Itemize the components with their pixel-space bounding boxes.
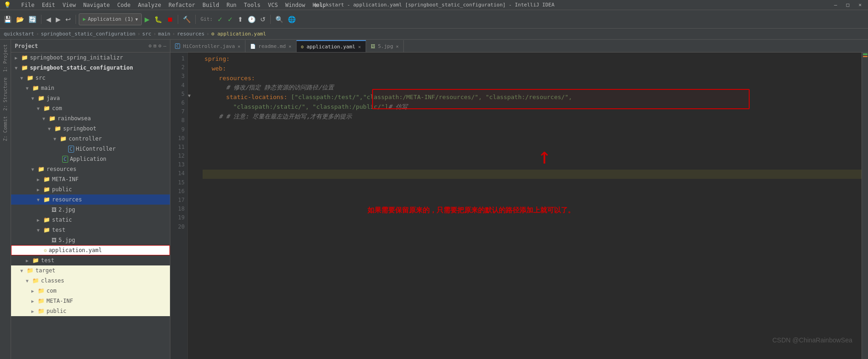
yaml-icon: ⚙ <box>44 247 47 253</box>
tree-arrow: ▼ <box>20 268 26 273</box>
tree-item-classes-com[interactable]: ▶ 📁 com <box>11 286 170 296</box>
folder-icon: 📁 <box>43 196 50 203</box>
tree-item-public[interactable]: ▶ 📁 public <box>11 184 170 194</box>
folder-icon: 📁 <box>38 298 45 304</box>
forward-button[interactable]: ▶ <box>54 13 63 26</box>
menu-build[interactable]: Build <box>203 2 219 8</box>
git-revert-button[interactable]: ↺ <box>258 13 268 26</box>
tree-item-test[interactable]: ▶ 📁 test <box>11 255 170 265</box>
vtab-structure[interactable]: 2: Structure <box>1 75 9 113</box>
tree-item-main[interactable]: ▼ 📁 main <box>11 83 170 93</box>
tree-item-5jpg[interactable]: ▶ 🖼 5.jpg <box>11 235 170 245</box>
tab-close-readme[interactable]: ✕ <box>289 44 291 49</box>
tree-item-rainbowsea[interactable]: ▼ 📁 rainbowsea <box>11 113 170 124</box>
tree-layout-icon[interactable]: ⊞ <box>153 43 157 49</box>
tab-5jpg[interactable]: 🖼 5.jpg ✕ <box>366 40 404 52</box>
open-button[interactable]: 📂 <box>14 13 26 26</box>
build-button[interactable]: 🔨 <box>181 13 192 26</box>
tree-label: resources <box>52 196 82 203</box>
tree-item-test-dir[interactable]: ▼ 📁 test <box>11 225 170 235</box>
git-commit-button[interactable]: ✓ <box>226 13 235 26</box>
folder-icon: 📁 <box>38 166 45 172</box>
tree-item-2jpg[interactable]: ▶ 🖼 2.jpg <box>11 205 170 215</box>
tree-label: rainbowsea <box>58 115 91 122</box>
tab-readme[interactable]: 📄 readme.md ✕ <box>245 40 297 52</box>
breadcrumb-quickstart[interactable]: quickstart <box>4 31 34 37</box>
save-button[interactable]: 💾 <box>2 13 13 26</box>
menu-run[interactable]: Run <box>227 2 237 8</box>
breadcrumb-resources[interactable]: resources <box>177 31 204 37</box>
tree-arrow: ▼ <box>37 197 42 202</box>
tree-collapse-icon[interactable]: — <box>163 43 166 49</box>
tree-item-target[interactable]: ▼ 📁 target <box>11 265 170 276</box>
search-button[interactable]: 🔍 <box>274 13 285 26</box>
git-push-button[interactable]: ⬆ <box>236 13 245 26</box>
tab-close-5jpg[interactable]: ✕ <box>396 44 399 49</box>
menu-navigate[interactable]: Navigate <box>83 2 110 8</box>
tree-item-springboot-static[interactable]: ▼ 📁 springboot_static_configuration <box>11 63 170 73</box>
right-gutter[interactable] <box>862 53 868 359</box>
tab-close-yaml[interactable]: ✕ <box>358 44 361 49</box>
code-line-14 <box>203 179 862 188</box>
tree-item-resources-dir[interactable]: ▼ 📁 resources <box>11 164 170 174</box>
vtab-project[interactable]: 1: Project <box>1 41 9 75</box>
tree-settings-icon[interactable]: ⚙ <box>158 43 162 49</box>
tree-arrow: ▼ <box>26 278 31 283</box>
tree-gear-icon[interactable]: ⚙ <box>149 43 152 49</box>
tree-label: META-INF <box>52 176 79 182</box>
code-content[interactable]: ▼ spring: web: resources: # 修改/指定 静态资源的访… <box>188 53 862 359</box>
menu-analyze[interactable]: Analyze <box>138 2 161 8</box>
code-editor[interactable]: 12345 678910 1112131415 1617181920 ▼ <box>170 53 862 359</box>
run-config-selector[interactable]: ▶ Application (1) ▼ <box>79 13 142 25</box>
undo-button[interactable]: ↩ <box>64 13 73 26</box>
breadcrumb-src[interactable]: src <box>142 31 151 37</box>
menu-code[interactable]: Code <box>117 2 131 8</box>
tree-item-application[interactable]: ▶ C Application <box>11 154 170 164</box>
close-button[interactable]: ✕ <box>856 2 864 8</box>
tab-hicontroller[interactable]: C HiController.java ✕ <box>170 40 245 52</box>
tree-item-springboot[interactable]: ▼ 📁 springboot <box>11 124 170 134</box>
tree-label: HiController <box>76 146 116 152</box>
tab-close-hicontroller[interactable]: ✕ <box>238 44 240 49</box>
translate-button[interactable]: 🌐 <box>286 13 297 26</box>
tree-item-application-yaml[interactable]: ▶ ⚙ application.yaml <box>11 245 170 255</box>
tree-item-src[interactable]: ▼ 📁 src <box>11 73 170 83</box>
tree-item-resources-sub[interactable]: ▼ 📁 resources <box>11 194 170 205</box>
stop-button[interactable]: ⏹ <box>165 13 175 26</box>
tree-item-java[interactable]: ▼ 📁 java <box>11 93 170 103</box>
menu-tools[interactable]: Tools <box>244 2 261 8</box>
maximize-button[interactable]: □ <box>844 2 852 8</box>
tree-item-classes-public[interactable]: ▶ 📁 public <box>11 306 170 316</box>
tree-item-springboot-initializr[interactable]: ▶ 📁 springboot_spring_initializr <box>11 53 170 63</box>
menu-file[interactable]: File <box>21 2 35 8</box>
run-button[interactable]: ▶ <box>143 13 151 26</box>
tree-item-com[interactable]: ▼ 📁 com <box>11 103 170 113</box>
tree-item-controller[interactable]: ▼ 📁 controller <box>11 134 170 144</box>
project-tree-actions[interactable]: ⚙ ⊞ ⚙ — <box>149 43 167 49</box>
vtab-commit[interactable]: Z: Commit <box>1 113 9 144</box>
menu-window[interactable]: Window <box>285 2 305 8</box>
menu-vcs[interactable]: VCS <box>268 2 278 8</box>
git-check-button[interactable]: ✓ <box>216 13 225 26</box>
window-controls[interactable]: — □ ✕ <box>831 2 864 8</box>
git-history-button[interactable]: 🕐 <box>246 13 257 26</box>
breadcrumb-main[interactable]: main <box>158 31 170 37</box>
tree-label: META-INF <box>47 298 73 304</box>
breadcrumb-module[interactable]: springboot_static_configuration <box>41 31 135 37</box>
tree-item-hicontroller[interactable]: ▶ C HiController <box>11 144 170 154</box>
breadcrumb-file[interactable]: ⚙ application.yaml <box>211 31 266 37</box>
fold-icon-5[interactable]: ▼ <box>188 92 191 100</box>
tree-item-meta-inf[interactable]: ▶ 📁 META-INF <box>11 174 170 184</box>
debug-button[interactable]: 🐛 <box>152 13 164 26</box>
menu-view[interactable]: View <box>63 2 76 8</box>
tab-application-yaml[interactable]: ⚙ application.yaml ✕ <box>297 40 366 52</box>
tree-item-classes-meta[interactable]: ▶ 📁 META-INF <box>11 296 170 306</box>
tree-item-static[interactable]: ▶ 📁 static <box>11 215 170 225</box>
minimize-button[interactable]: — <box>831 2 840 8</box>
menu-refactor[interactable]: Refactor <box>169 2 195 8</box>
back-button[interactable]: ◀ <box>44 13 53 26</box>
menu-bar[interactable]: 💡 File Edit View Navigate Code Analyze R… <box>4 1 326 8</box>
sync-button[interactable]: 🔄 <box>27 13 38 26</box>
menu-edit[interactable]: Edit <box>42 2 55 8</box>
tree-item-classes[interactable]: ▼ 📁 classes <box>11 276 170 286</box>
